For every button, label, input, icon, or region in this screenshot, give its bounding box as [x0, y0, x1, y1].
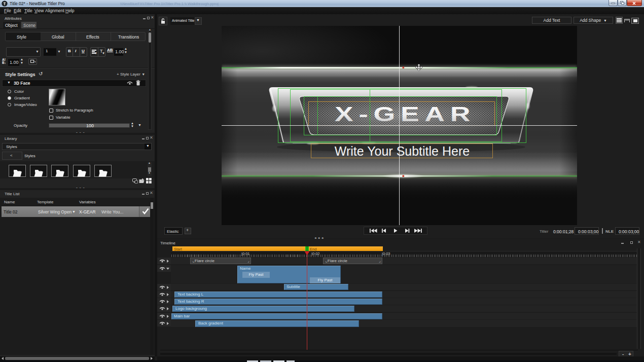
svg-text:Write Your Subtitle Here: Write Your Subtitle Here [335, 144, 470, 158]
svg-text:X-GEAR: X-GEAR [335, 102, 476, 126]
